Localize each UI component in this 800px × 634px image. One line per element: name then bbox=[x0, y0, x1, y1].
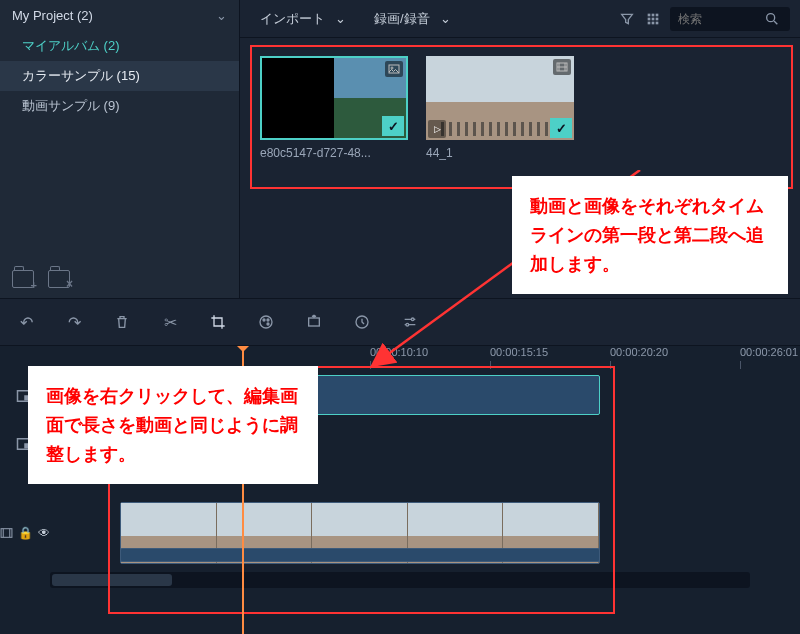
speed-icon[interactable] bbox=[352, 312, 372, 332]
svg-point-20 bbox=[411, 318, 414, 321]
svg-rect-0 bbox=[648, 13, 651, 16]
search-icon bbox=[764, 11, 780, 27]
check-icon: ✓ bbox=[382, 116, 404, 136]
timeline-scrollbar[interactable] bbox=[50, 572, 750, 588]
chevron-down-icon: ⌄ bbox=[440, 11, 451, 26]
grid-view-icon[interactable] bbox=[644, 10, 662, 28]
visibility-icon[interactable]: 👁 bbox=[38, 526, 50, 540]
import-label: インポート bbox=[260, 10, 325, 28]
svg-rect-4 bbox=[652, 17, 655, 20]
media-toolbar: インポート ⌄ 録画/録音 ⌄ bbox=[240, 0, 800, 38]
media-item[interactable]: ✓ e80c5147-d727-48... bbox=[260, 56, 408, 160]
svg-rect-2 bbox=[656, 13, 659, 16]
ruler-tick: 00:00:15:15 bbox=[490, 346, 548, 358]
scrollbar-thumb[interactable] bbox=[52, 574, 172, 586]
ruler-tick: 00:00:20:20 bbox=[610, 346, 668, 358]
video-track-icon bbox=[0, 527, 13, 539]
play-indicator-icon: ▷ bbox=[428, 120, 446, 138]
media-panel: インポート ⌄ 録画/録音 ⌄ bbox=[240, 0, 800, 298]
svg-point-17 bbox=[267, 323, 269, 325]
search-box[interactable] bbox=[670, 7, 790, 31]
crop-icon[interactable] bbox=[208, 312, 228, 332]
filter-icon[interactable] bbox=[618, 10, 636, 28]
settings-icon[interactable] bbox=[400, 312, 420, 332]
check-icon: ✓ bbox=[550, 118, 572, 138]
media-name: 44_1 bbox=[426, 146, 574, 160]
media-name: e80c5147-d727-48... bbox=[260, 146, 408, 160]
media-item[interactable]: ▷ ✓ 44_1 bbox=[426, 56, 574, 160]
video-type-icon bbox=[553, 59, 571, 75]
sidebar: My Project (2) ⌄ マイアルバム (2) カラーサンプル (15)… bbox=[0, 0, 240, 298]
svg-rect-18 bbox=[309, 318, 320, 326]
media-thumbnail[interactable]: ▷ ✓ bbox=[426, 56, 574, 140]
record-dropdown[interactable]: 録画/録音 ⌄ bbox=[364, 6, 461, 32]
track-row-main: 🔒 👁 bbox=[0, 498, 800, 568]
svg-point-14 bbox=[260, 316, 272, 328]
track-header[interactable]: 🔒 👁 bbox=[0, 526, 50, 540]
svg-rect-5 bbox=[656, 17, 659, 20]
album-item-myalbum[interactable]: マイアルバム (2) bbox=[0, 31, 239, 61]
ruler-tick: 00:00:26:01 bbox=[740, 346, 798, 358]
search-input[interactable] bbox=[678, 12, 758, 26]
timeline-area: 画像を右クリックして、編集画面で長さを動画と同じように調整します。 00:00:… bbox=[0, 346, 800, 634]
delete-icon[interactable] bbox=[112, 312, 132, 332]
redo-icon[interactable]: ↷ bbox=[64, 312, 84, 332]
chevron-down-icon: ⌄ bbox=[216, 8, 227, 23]
cut-icon[interactable]: ✂ bbox=[160, 312, 180, 332]
svg-point-21 bbox=[406, 323, 409, 326]
svg-rect-8 bbox=[656, 21, 659, 24]
record-label: 録画/録音 bbox=[374, 10, 430, 28]
svg-point-15 bbox=[263, 319, 265, 321]
svg-point-16 bbox=[267, 319, 269, 321]
svg-point-9 bbox=[767, 13, 775, 21]
media-thumbnail[interactable]: ✓ bbox=[260, 56, 408, 140]
sidebar-footer bbox=[0, 260, 239, 298]
image-type-icon bbox=[385, 61, 403, 77]
ruler-tick: 00:00:10:10 bbox=[370, 346, 428, 358]
annotation-callout: 画像を右クリックして、編集画面で長さを動画と同じように調整します。 bbox=[28, 366, 318, 484]
album-list: マイアルバム (2) カラーサンプル (15) 動画サンプル (9) bbox=[0, 31, 239, 260]
svg-point-11 bbox=[391, 67, 393, 69]
track-content[interactable] bbox=[50, 498, 800, 568]
chevron-down-icon: ⌄ bbox=[335, 11, 346, 26]
project-header[interactable]: My Project (2) ⌄ bbox=[0, 0, 239, 31]
svg-rect-6 bbox=[648, 21, 651, 24]
export-frame-icon[interactable] bbox=[304, 312, 324, 332]
album-item-colorsample[interactable]: カラーサンプル (15) bbox=[0, 61, 239, 91]
svg-rect-1 bbox=[652, 13, 655, 16]
project-title: My Project (2) bbox=[12, 8, 93, 23]
lock-icon[interactable]: 🔒 bbox=[18, 526, 33, 540]
svg-rect-7 bbox=[652, 21, 655, 24]
svg-rect-3 bbox=[648, 17, 651, 20]
import-dropdown[interactable]: インポート ⌄ bbox=[250, 6, 356, 32]
album-item-videosample[interactable]: 動画サンプル (9) bbox=[0, 91, 239, 121]
annotation-callout: 動画と画像をそれぞれタイムラインの第一段と第二段へ追加します。 bbox=[512, 176, 788, 294]
edit-toolbar: ↶ ↷ ✂ bbox=[0, 298, 800, 346]
media-grid: ✓ e80c5147-d727-48... ▷ ✓ 44_1 bbox=[240, 38, 800, 178]
undo-icon[interactable]: ↶ bbox=[16, 312, 36, 332]
new-folder-icon[interactable] bbox=[12, 270, 34, 288]
delete-folder-icon[interactable] bbox=[48, 270, 70, 288]
color-icon[interactable] bbox=[256, 312, 276, 332]
timeline-clip-audio[interactable] bbox=[120, 548, 600, 562]
